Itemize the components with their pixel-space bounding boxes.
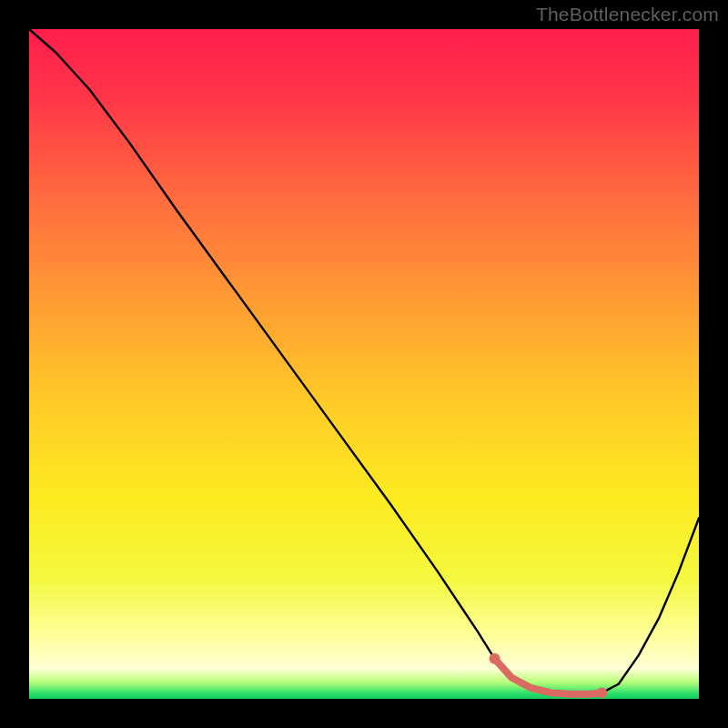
plot-background xyxy=(29,29,699,699)
bottleneck-chart xyxy=(0,0,728,728)
optimal-zone-dot xyxy=(569,691,575,697)
chart-container: TheBottlenecker.com xyxy=(0,0,728,728)
watermark-text: TheBottlenecker.com xyxy=(536,4,719,25)
optimal-zone-dot xyxy=(549,690,555,696)
optimal-zone-endpoint xyxy=(490,653,500,664)
optimal-zone-endpoint xyxy=(596,687,607,698)
optimal-zone-dot xyxy=(529,685,535,692)
